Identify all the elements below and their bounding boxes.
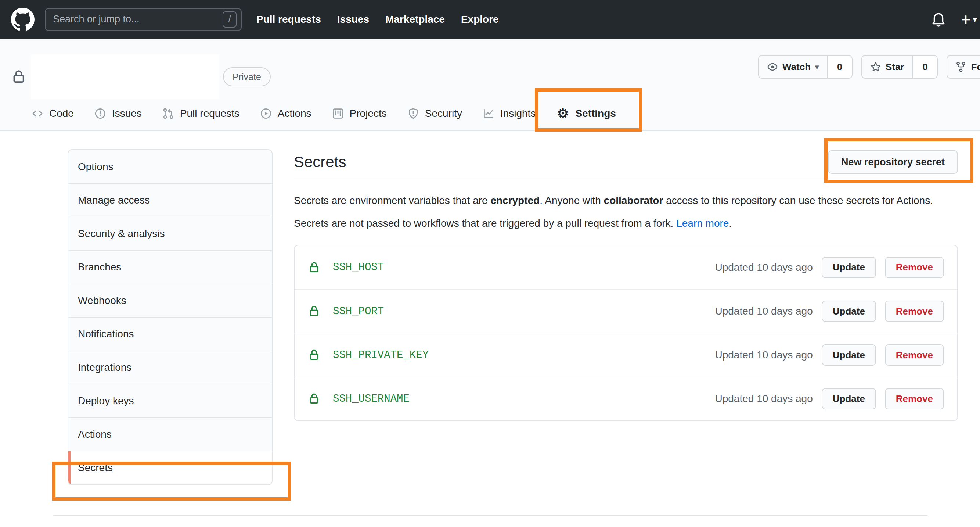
- update-button[interactable]: Update: [822, 344, 876, 366]
- new-repository-secret-button[interactable]: New repository secret: [828, 150, 958, 174]
- watch-button-group: Watch ▾ 0: [758, 55, 853, 79]
- secrets-main: Secrets New repository secret Secrets ar…: [294, 149, 958, 421]
- bell-icon[interactable]: [931, 12, 946, 27]
- lock-icon: [308, 305, 320, 317]
- repo-title-row: Private: [11, 54, 271, 100]
- shield-icon: [407, 108, 419, 119]
- secret-updated: Updated 10 days ago: [715, 349, 813, 361]
- search-input[interactable]: [53, 14, 223, 25]
- tab-code[interactable]: Code: [21, 97, 84, 131]
- sidebar-item-notifications[interactable]: Notifications: [68, 317, 272, 350]
- sidebar-item-branches[interactable]: Branches: [68, 250, 272, 284]
- search-slash-hint: /: [223, 11, 237, 27]
- github-secrets-settings-page: / Pull requests Issues Marketplace Explo…: [0, 0, 980, 527]
- sidebar-item-secrets[interactable]: Secrets: [68, 451, 272, 484]
- secrets-description-2: Secrets are not passed to workflows that…: [294, 216, 958, 231]
- secret-updated: Updated 10 days ago: [715, 393, 813, 404]
- graph-icon: [483, 108, 495, 119]
- remove-button[interactable]: Remove: [885, 257, 944, 278]
- tab-actions[interactable]: Actions: [250, 97, 322, 131]
- tab-projects[interactable]: Projects: [322, 97, 397, 131]
- global-nav: Pull requests Issues Marketplace Explore: [256, 14, 499, 25]
- sidebar-item-webhooks[interactable]: Webhooks: [68, 284, 272, 317]
- secrets-header-row: Secrets New repository secret: [294, 149, 958, 175]
- fork-button[interactable]: Fork: [947, 55, 980, 79]
- star-count[interactable]: 0: [913, 55, 938, 79]
- project-icon: [332, 108, 344, 119]
- repo-tabs: Code Issues Pull requests: [21, 97, 626, 131]
- watch-count[interactable]: 0: [827, 55, 853, 79]
- remove-button[interactable]: Remove: [885, 344, 944, 366]
- secret-updated: Updated 10 days ago: [715, 306, 813, 317]
- nav-marketplace[interactable]: Marketplace: [385, 14, 445, 25]
- create-new-menu[interactable]: + ▾: [961, 12, 977, 27]
- lock-icon: [308, 349, 320, 361]
- secrets-description-1: Secrets are environment variables that a…: [294, 193, 958, 208]
- eye-icon: [767, 61, 778, 72]
- update-button[interactable]: Update: [822, 388, 876, 409]
- secrets-list: SSH_HOST Updated 10 days ago Update Remo…: [294, 245, 958, 421]
- lock-icon: [308, 261, 320, 274]
- sidebar-item-options[interactable]: Options: [68, 150, 272, 183]
- secret-row: SSH_PRIVATE_KEY Updated 10 days ago Upda…: [294, 333, 957, 377]
- code-icon: [32, 108, 43, 119]
- gear-icon: ⚙: [556, 108, 570, 119]
- repo-name-redacted: [31, 54, 219, 99]
- secret-row: SSH_HOST Updated 10 days ago Update Remo…: [294, 245, 957, 289]
- remove-button[interactable]: Remove: [885, 301, 944, 322]
- header-right: + ▾: [931, 12, 980, 27]
- caret-down-icon: ▾: [815, 62, 819, 71]
- tab-insights[interactable]: Insights: [473, 97, 546, 131]
- secret-updated: Updated 10 days ago: [715, 262, 813, 274]
- tab-settings[interactable]: ⚙ Settings: [546, 97, 626, 131]
- sidebar-item-security-analysis[interactable]: Security & analysis: [68, 217, 272, 250]
- settings-sidebar: Options Manage access Security & analysi…: [68, 149, 272, 485]
- sidebar-item-integrations[interactable]: Integrations: [68, 350, 272, 384]
- star-button[interactable]: Star: [861, 55, 913, 79]
- fork-button-group: Fork: [947, 55, 980, 79]
- sidebar-item-actions[interactable]: Actions: [68, 417, 272, 451]
- remove-button[interactable]: Remove: [885, 388, 944, 409]
- star-button-group: Star 0: [861, 55, 938, 79]
- private-badge: Private: [223, 67, 271, 86]
- nav-issues[interactable]: Issues: [337, 14, 369, 25]
- github-logo-icon[interactable]: [11, 8, 35, 31]
- plus-icon: +: [961, 12, 971, 27]
- secret-name: SSH_PRIVATE_KEY: [333, 349, 429, 361]
- footer-divider: [53, 515, 928, 516]
- lock-icon: [11, 69, 27, 84]
- fork-icon: [955, 61, 966, 72]
- sidebar-item-manage-access[interactable]: Manage access: [68, 183, 272, 217]
- secret-row: SSH_USERNAME Updated 10 days ago Update …: [294, 377, 957, 420]
- secret-name: SSH_HOST: [333, 261, 384, 274]
- tab-pull-requests[interactable]: Pull requests: [152, 97, 250, 131]
- header-divider: [294, 178, 958, 179]
- tab-issues[interactable]: Issues: [84, 97, 152, 131]
- app-header: / Pull requests Issues Marketplace Explo…: [0, 0, 980, 38]
- page-title: Secrets: [294, 153, 346, 171]
- update-button[interactable]: Update: [822, 257, 876, 278]
- lock-icon: [308, 393, 320, 405]
- play-circle-icon: [260, 108, 272, 119]
- nav-pull-requests[interactable]: Pull requests: [256, 14, 321, 25]
- secret-name: SSH_USERNAME: [333, 393, 410, 405]
- issue-opened-icon: [94, 108, 106, 119]
- watch-button[interactable]: Watch ▾: [758, 55, 827, 79]
- search-box: /: [45, 8, 242, 31]
- nav-explore[interactable]: Explore: [461, 14, 499, 25]
- secret-name: SSH_PORT: [333, 306, 384, 317]
- sidebar-item-deploy-keys[interactable]: Deploy keys: [68, 384, 272, 417]
- tab-security[interactable]: Security: [397, 97, 473, 131]
- git-pull-request-icon: [162, 108, 174, 119]
- secret-row: SSH_PORT Updated 10 days ago Update Remo…: [294, 289, 957, 333]
- star-icon: [870, 61, 881, 72]
- learn-more-link[interactable]: Learn more: [676, 218, 729, 229]
- caret-down-icon: ▾: [973, 12, 977, 27]
- repo-header: Private Watch ▾ 0 St: [0, 38, 980, 131]
- repo-actions: Watch ▾ 0 Star 0: [758, 55, 980, 79]
- update-button[interactable]: Update: [822, 301, 876, 322]
